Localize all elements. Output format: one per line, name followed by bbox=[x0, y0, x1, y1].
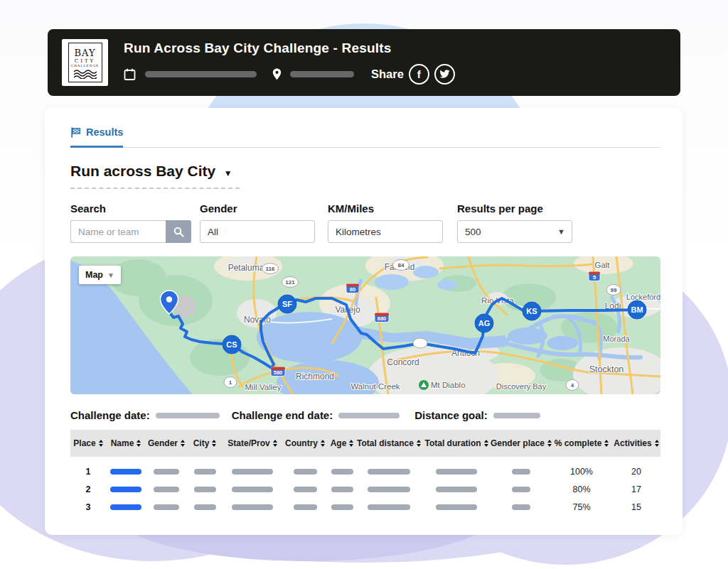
cell-gender-place-bar bbox=[512, 504, 530, 510]
col-city: City bbox=[193, 438, 210, 448]
facebook-icon[interactable]: f bbox=[409, 64, 429, 85]
table-header-row: Place Name Gender City State/Prov Countr… bbox=[70, 430, 660, 457]
map-type-label: Map bbox=[85, 270, 103, 280]
svg-text:Galt: Galt bbox=[594, 261, 610, 269]
challenge-date-placeholder bbox=[156, 413, 220, 418]
gender-field[interactable] bbox=[200, 220, 315, 243]
col-gender: Gender bbox=[148, 438, 178, 448]
svg-text:SF: SF bbox=[282, 300, 292, 308]
search-icon bbox=[173, 227, 184, 237]
logo-line-2: CITY bbox=[75, 59, 95, 64]
svg-text:580: 580 bbox=[274, 369, 283, 376]
distance-goal-label: Distance goal: bbox=[414, 409, 488, 421]
sort-icon[interactable] bbox=[99, 440, 103, 447]
svg-text:Mt Diablo: Mt Diablo bbox=[431, 381, 466, 389]
cell-name-bar bbox=[110, 504, 141, 510]
cell-place: 3 bbox=[70, 502, 106, 512]
location-pin-icon bbox=[272, 68, 282, 80]
challenge-end-date-label: Challenge end date: bbox=[232, 409, 333, 421]
cell-activities: 15 bbox=[612, 502, 660, 512]
map-marker-sf[interactable]: SF bbox=[278, 295, 296, 313]
svg-text:Discovery Bay: Discovery Bay bbox=[496, 382, 547, 391]
cell-gender-bar bbox=[154, 487, 179, 492]
cell-state-bar bbox=[232, 504, 273, 510]
table-row: 3 75% 15 bbox=[70, 498, 660, 516]
map-type-button[interactable]: Map ▼ bbox=[79, 266, 121, 284]
units-filter: KM/Miles bbox=[328, 202, 443, 243]
search-label: Search bbox=[70, 202, 191, 215]
cell-state-bar bbox=[232, 469, 273, 475]
svg-text:121: 121 bbox=[285, 279, 295, 286]
svg-text:Concord: Concord bbox=[387, 357, 419, 367]
results-table: Place Name Gender City State/Prov Countr… bbox=[70, 430, 660, 516]
route-map[interactable]: Petaluma Novato Mill Valley Richmond Val… bbox=[70, 256, 660, 394]
sort-icon[interactable] bbox=[136, 440, 141, 447]
gender-label: Gender bbox=[200, 202, 315, 215]
col-total-distance: Total distance bbox=[357, 438, 414, 448]
col-country: Country bbox=[285, 438, 318, 448]
cell-percent-complete: 75% bbox=[551, 502, 612, 512]
sort-icon[interactable] bbox=[181, 440, 185, 447]
cell-name-bar bbox=[110, 487, 141, 492]
cell-city-bar bbox=[194, 487, 216, 492]
map-canvas[interactable]: Petaluma Novato Mill Valley Richmond Val… bbox=[70, 256, 660, 394]
cell-place: 1 bbox=[70, 467, 106, 477]
sort-icon[interactable] bbox=[604, 440, 609, 447]
svg-text:Walnut Creek: Walnut Creek bbox=[350, 382, 400, 391]
challenge-date-label: Challenge date: bbox=[70, 409, 150, 421]
map-marker-ks[interactable]: KS bbox=[523, 302, 541, 320]
svg-text:680: 680 bbox=[378, 315, 387, 322]
sort-icon[interactable] bbox=[349, 440, 353, 447]
page: BAY CITY CHALLENGE Run Across Bay City C… bbox=[0, 0, 728, 569]
sort-icon[interactable] bbox=[321, 440, 325, 447]
cell-country-bar bbox=[294, 487, 317, 492]
map-marker-bm[interactable]: BM bbox=[628, 300, 646, 319]
svg-text:CS: CS bbox=[226, 340, 237, 349]
share-label: Share bbox=[371, 67, 404, 81]
cell-place: 2 bbox=[70, 484, 106, 494]
per-page-select[interactable]: 500 ▼ bbox=[457, 220, 572, 243]
route-shield-blank bbox=[413, 338, 427, 348]
cell-gender-bar bbox=[154, 469, 179, 475]
twitter-icon[interactable] bbox=[434, 64, 455, 85]
challenge-end-date-placeholder bbox=[338, 413, 400, 418]
cell-activities: 20 bbox=[612, 467, 660, 477]
cell-percent-complete: 100% bbox=[551, 467, 612, 477]
cell-distance-bar bbox=[368, 469, 410, 475]
cell-distance-bar bbox=[368, 487, 410, 492]
col-gender-place: Gender place bbox=[491, 438, 545, 448]
cell-city-bar bbox=[194, 469, 216, 475]
table-body: 1 100% 20 2 bbox=[70, 462, 660, 516]
svg-text:Richmond: Richmond bbox=[296, 372, 334, 381]
results-card: Results Run across Bay City ▼ Search bbox=[45, 108, 682, 535]
gender-filter: Gender bbox=[200, 202, 315, 243]
checkered-flag-icon bbox=[70, 127, 81, 138]
map-marker-ag[interactable]: AG bbox=[475, 314, 493, 332]
search-input[interactable] bbox=[70, 220, 166, 243]
cell-gender-place-bar bbox=[512, 469, 530, 475]
cell-country-bar bbox=[294, 504, 317, 510]
cell-gender-bar bbox=[154, 504, 179, 510]
challenge-details-row: Challenge date: Challenge end date: Dist… bbox=[70, 409, 660, 421]
challenge-title-dropdown[interactable]: Run across Bay City ▼ bbox=[70, 163, 240, 189]
page-title: Run Across Bay City Challenge - Results bbox=[124, 40, 680, 56]
cell-duration-bar bbox=[436, 504, 477, 510]
cell-age-bar bbox=[331, 487, 353, 492]
units-field[interactable] bbox=[328, 220, 443, 243]
svg-text:BM: BM bbox=[631, 305, 643, 314]
sort-icon[interactable] bbox=[417, 440, 421, 447]
tab-results[interactable]: Results bbox=[70, 126, 123, 148]
map-marker-cs[interactable]: CS bbox=[223, 335, 241, 354]
sort-icon[interactable] bbox=[273, 440, 277, 447]
cell-age-bar bbox=[331, 504, 353, 510]
col-state-prov: State/Prov bbox=[228, 438, 269, 448]
col-place: Place bbox=[73, 438, 95, 448]
cell-activities: 17 bbox=[612, 484, 660, 494]
sort-icon[interactable] bbox=[484, 440, 488, 447]
sort-icon[interactable] bbox=[655, 440, 659, 447]
svg-text:Lockeford: Lockeford bbox=[626, 293, 660, 301]
tab-results-label: Results bbox=[86, 126, 123, 138]
cell-city-bar bbox=[194, 504, 216, 510]
sort-icon[interactable] bbox=[212, 440, 216, 447]
search-button[interactable] bbox=[166, 220, 191, 243]
